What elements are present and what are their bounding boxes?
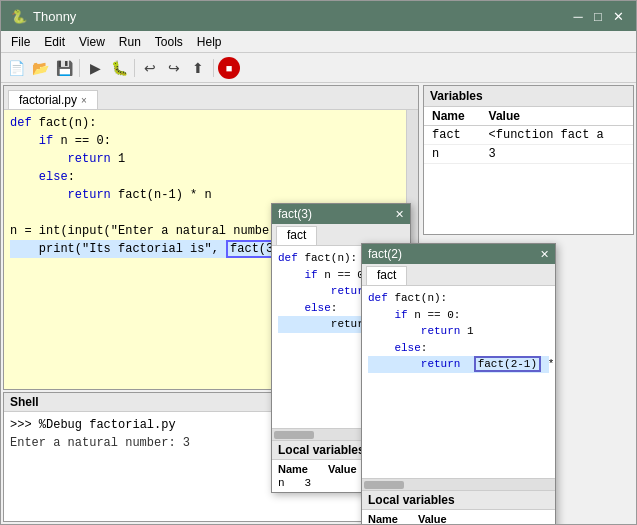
shell-command: %Debug factorial.py <box>39 418 176 432</box>
run-button[interactable]: ▶ <box>84 57 106 79</box>
code-line-5: return fact(n-1) * n <box>10 186 402 204</box>
close-button[interactable]: ✕ <box>610 8 626 24</box>
title-bar-controls: ─ □ ✕ <box>570 8 626 24</box>
toolbar-sep-2 <box>134 59 135 77</box>
title-bar-left: 🐍 Thonny <box>11 9 76 24</box>
debug2-code-line-3: return 1 <box>368 323 549 340</box>
tab-close-button[interactable]: × <box>81 95 87 106</box>
debug-window-fact2: fact(2) ✕ fact def fact(n): if n == 0: r… <box>361 243 556 524</box>
main-area: factorial.py × def fact(n): if n == 0: r… <box>1 83 636 524</box>
app-title: Thonny <box>33 9 76 24</box>
menu-bar: File Edit View Run Tools Help <box>1 31 636 53</box>
debug-var-n-name-3: n <box>278 477 285 489</box>
var-col-name: Name <box>424 107 481 126</box>
step-out-button[interactable]: ⬆ <box>187 57 209 79</box>
toolbar: 📄 📂 💾 ▶ 🐛 ↩ ↪ ⬆ ■ <box>1 53 636 83</box>
debug-local-header-2: Local variables <box>362 491 555 510</box>
var-name-1: fact <box>424 126 481 145</box>
var-value-2: 3 <box>481 145 633 164</box>
debug-var-table-2: Name Value n 2 <box>362 510 555 524</box>
variables-header: Variables <box>424 86 633 107</box>
maximize-button[interactable]: □ <box>590 8 606 24</box>
tab-label: factorial.py <box>19 93 77 107</box>
debug-var-col-val-3: Value <box>328 463 357 475</box>
scrollbar-thumb-3 <box>274 431 314 439</box>
debug2-code-line-2: if n == 0: <box>368 307 549 324</box>
debug-local-vars-2: Local variables Name Value n 2 <box>362 490 555 524</box>
variables-section: Variables Name Value fact <function fact… <box>423 85 634 235</box>
toolbar-sep-3 <box>213 59 214 77</box>
menu-file[interactable]: File <box>5 33 36 51</box>
shell-title: Shell <box>10 395 39 409</box>
prompt-symbol: >>> <box>10 418 32 432</box>
editor-tab[interactable]: factorial.py × <box>8 90 98 109</box>
variables-table: Name Value fact <function fact a n 3 <box>424 107 633 164</box>
open-file-button[interactable]: 📂 <box>29 57 51 79</box>
code-line-2: if n == 0: <box>10 132 402 150</box>
table-row: n 3 <box>424 145 633 164</box>
new-file-button[interactable]: 📄 <box>5 57 27 79</box>
main-window: 🐍 Thonny ─ □ ✕ File Edit View Run Tools … <box>0 0 637 525</box>
debug-close-3[interactable]: ✕ <box>395 208 404 221</box>
save-file-button[interactable]: 💾 <box>53 57 75 79</box>
func-tab-2[interactable]: fact <box>366 266 407 285</box>
menu-tools[interactable]: Tools <box>149 33 189 51</box>
debug-button[interactable]: 🐛 <box>108 57 130 79</box>
debug-code-2: def fact(n): if n == 0: return 1 else: r… <box>362 286 555 478</box>
debug-scrollbar-h-2[interactable] <box>362 478 555 490</box>
debug2-code-line-4: else: <box>368 340 549 357</box>
code-line-1: def fact(n): <box>10 114 402 132</box>
debug-var-col-name-3: Name <box>278 463 308 475</box>
step-into-button[interactable]: ↪ <box>163 57 185 79</box>
title-bar: 🐍 Thonny ─ □ ✕ <box>1 1 636 31</box>
tab-bar: factorial.py × <box>4 86 418 110</box>
debug-var-col-val-2: Value <box>418 513 447 524</box>
debug-var-n-val-3: 3 <box>305 477 312 489</box>
minimize-button[interactable]: ─ <box>570 8 586 24</box>
menu-run[interactable]: Run <box>113 33 147 51</box>
menu-help[interactable]: Help <box>191 33 228 51</box>
code-line-4: else: <box>10 168 402 186</box>
menu-view[interactable]: View <box>73 33 111 51</box>
toolbar-sep-1 <box>79 59 80 77</box>
debug-title-label-3: fact(3) <box>278 207 312 221</box>
var-name-2: n <box>424 145 481 164</box>
func-tab-bar-2: fact <box>362 264 555 286</box>
app-icon: 🐍 <box>11 9 27 24</box>
var-value-1: <function fact a <box>481 126 633 145</box>
table-row: fact <function fact a <box>424 126 633 145</box>
debug2-code-line-5: return fact(2-1) * n <box>368 356 549 373</box>
debug2-code-line-1: def fact(n): <box>368 290 549 307</box>
debug-close-2[interactable]: ✕ <box>540 248 549 261</box>
stop-button[interactable]: ■ <box>218 57 240 79</box>
debug-title-fact2: fact(2) ✕ <box>362 244 555 264</box>
var-col-value: Value <box>481 107 633 126</box>
debug-var-row-header-2: Name Value <box>368 512 549 524</box>
scrollbar-thumb-2 <box>364 481 404 489</box>
debug-title-fact3: fact(3) ✕ <box>272 204 410 224</box>
stop-icon: ■ <box>226 62 233 74</box>
menu-edit[interactable]: Edit <box>38 33 71 51</box>
debug-var-col-name-2: Name <box>368 513 398 524</box>
code-line-3: return 1 <box>10 150 402 168</box>
func-tab-3[interactable]: fact <box>276 226 317 245</box>
step-over-button[interactable]: ↩ <box>139 57 161 79</box>
debug-title-label-2: fact(2) <box>368 247 402 261</box>
